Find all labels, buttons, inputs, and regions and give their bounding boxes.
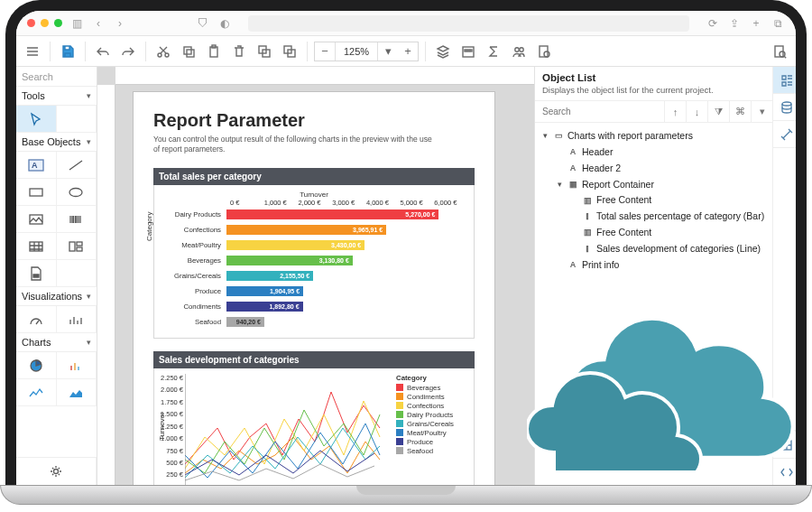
tab-data-icon[interactable] [773, 94, 800, 121]
more-icon[interactable]: ▾ [751, 101, 772, 123]
zoom-in-icon[interactable]: + [398, 44, 418, 58]
delete-icon[interactable] [228, 41, 250, 62]
back-icon[interactable]: ‹ [91, 16, 106, 31]
sidebar-toggle-icon[interactable]: ▥ [69, 16, 84, 31]
tree-item[interactable]: ▥Free Content [539, 225, 769, 241]
picture-object-icon[interactable] [16, 206, 57, 233]
zoom-input[interactable] [335, 42, 378, 61]
svg-rect-26 [69, 242, 75, 251]
maximize-window-icon[interactable] [54, 19, 62, 27]
preview-icon[interactable] [769, 41, 790, 62]
chart-bar-xlabel: Turnover [160, 191, 468, 199]
line-object-icon[interactable] [57, 152, 97, 179]
object-list-toolbar: ↑ ↓ ⧩ ⌘ ▾ [535, 101, 772, 123]
gauge-icon[interactable] [16, 306, 57, 333]
rectangle-object-icon[interactable] [16, 179, 57, 206]
tree-item[interactable]: AHeader [539, 144, 769, 161]
cut-icon[interactable] [152, 41, 174, 62]
users-icon[interactable] [508, 41, 530, 62]
app-toolbar: − ▾ + [16, 36, 796, 67]
chevron-down-icon: ▾ [87, 292, 91, 301]
piechart-icon[interactable] [16, 352, 57, 379]
barchart-icon[interactable] [57, 306, 97, 333]
linechart-icon[interactable] [16, 379, 57, 406]
form-object-icon[interactable] [57, 233, 97, 260]
zoom-control[interactable]: − ▾ + [314, 42, 419, 61]
settings-icon[interactable] [16, 458, 97, 485]
chevron-down-icon: ▾ [87, 338, 91, 347]
reload-icon[interactable]: ⟳ [706, 16, 720, 31]
copy-icon[interactable] [178, 41, 199, 62]
move-down-icon[interactable]: ↓ [686, 101, 707, 123]
pdf-object-icon[interactable] [16, 260, 57, 287]
svg-point-30 [54, 470, 59, 474]
zoom-dropdown-icon[interactable]: ▾ [378, 44, 398, 58]
shield-icon[interactable]: ⛉ [196, 16, 210, 31]
section-tools[interactable]: Tools▾ [16, 87, 97, 106]
chevron-down-icon: ▾ [87, 137, 91, 146]
page-settings-icon[interactable] [533, 41, 555, 62]
move-up-icon[interactable]: ↑ [664, 101, 686, 123]
tabs-icon[interactable]: ⧉ [770, 16, 785, 31]
areachart-icon[interactable] [57, 379, 97, 406]
tree-item[interactable]: ⫿Total sales percentage of category (Bar… [539, 209, 769, 225]
url-bar[interactable] [248, 15, 689, 32]
line-plot: Turnover 2.250 €2.000 €1.750 €1.500 €1.2… [185, 374, 383, 485]
ellipse-object-icon[interactable] [57, 179, 97, 206]
section-charts[interactable]: Charts▾ [16, 333, 97, 352]
minimize-window-icon[interactable] [41, 19, 49, 27]
chart-bar-title: Total sales per category [153, 168, 475, 185]
tree-container[interactable]: ▾▦Report Container [539, 177, 769, 193]
undo-icon[interactable] [92, 41, 114, 62]
report-page[interactable]: Report Parameter You can control the out… [134, 92, 494, 485]
sum-icon[interactable] [483, 41, 504, 62]
object-search-input[interactable] [535, 107, 664, 116]
add-icon[interactable]: + [749, 16, 763, 31]
share-icon[interactable]: ⇪ [727, 16, 742, 31]
chart-line-block[interactable]: Sales development of categories Turnover… [153, 351, 475, 485]
chevron-down-icon: ▾ [87, 91, 91, 100]
tree-item[interactable]: ▥Free Content [539, 192, 769, 209]
tab-object-list-icon[interactable] [773, 67, 800, 94]
chart-bar-block[interactable]: Total sales per category Turnover 0 €1,0… [153, 168, 475, 339]
tree-item[interactable]: ⫿Sales development of categories (Line) [539, 241, 769, 257]
selection-tool-icon[interactable] [16, 106, 57, 133]
barcode-object-icon[interactable] [57, 206, 97, 233]
page-subtitle: You can control the output result of the… [153, 135, 433, 155]
hierarchy-icon[interactable]: ⌘ [729, 101, 751, 123]
gridcalendar-icon[interactable] [457, 41, 479, 62]
table-object-icon[interactable] [16, 233, 57, 260]
save-icon[interactable] [57, 41, 78, 62]
ruler-horizontal [115, 67, 534, 85]
svg-rect-27 [77, 242, 82, 246]
text-object-icon[interactable]: A [16, 152, 57, 179]
tree-root[interactable]: ▾▭Charts with report parameters [539, 128, 769, 144]
tab-tools-icon[interactable] [773, 121, 800, 148]
menu-icon[interactable] [22, 41, 43, 62]
left-search[interactable]: Search [16, 67, 97, 87]
section-base-objects[interactable]: Base Objects▾ [16, 133, 97, 152]
chart-line-legend: Category BeveragesCondimentsConfectionsD… [396, 374, 454, 485]
svg-rect-13 [470, 50, 472, 51]
layers-icon[interactable] [432, 41, 454, 62]
forward-icon[interactable]: › [113, 16, 127, 31]
send-back-icon[interactable] [279, 41, 300, 62]
bring-front-icon[interactable] [254, 41, 275, 62]
close-window-icon[interactable] [27, 19, 35, 27]
section-visualizations[interactable]: Visualizations▾ [16, 287, 97, 306]
chart-line-title: Sales development of categories [153, 351, 475, 368]
design-canvas[interactable]: Report Parameter You can control the out… [97, 67, 534, 485]
object-tree[interactable]: ▾▭Charts with report parameters AHeader … [535, 123, 772, 279]
paste-icon[interactable] [203, 41, 225, 62]
reader-icon[interactable]: ◐ [217, 16, 232, 31]
filter-icon[interactable]: ⧩ [707, 101, 729, 123]
tree-item[interactable]: AHeader 2 [539, 161, 769, 177]
object-list-subtitle: Displays the object list for the current… [535, 85, 772, 101]
svg-point-33 [782, 102, 791, 106]
bars-icon[interactable] [57, 352, 97, 379]
svg-point-1 [165, 53, 169, 57]
tree-item[interactable]: APrint info [539, 257, 769, 274]
chart-bar-ylabel: Category [145, 212, 153, 241]
zoom-out-icon[interactable]: − [315, 44, 335, 58]
redo-icon[interactable] [117, 41, 139, 62]
